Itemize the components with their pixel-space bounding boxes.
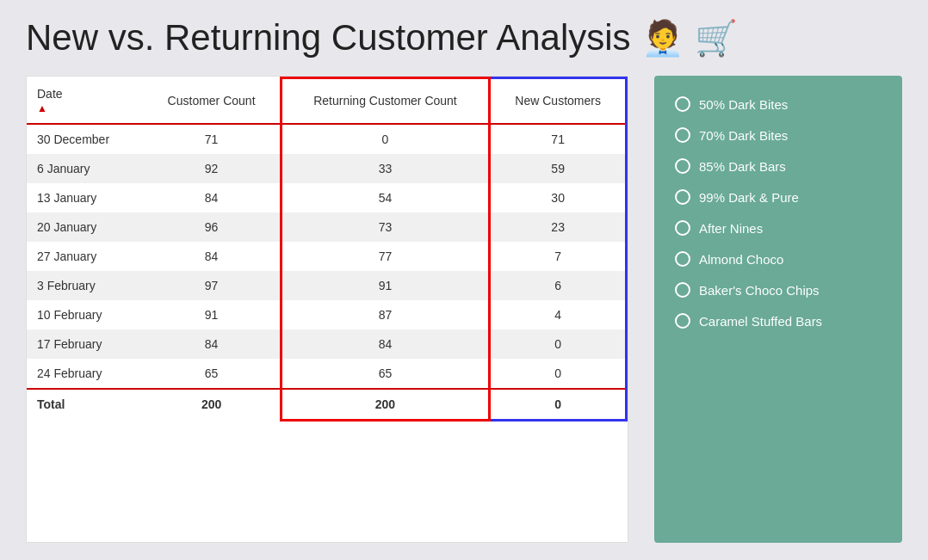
returning-count-cell: 91 <box>281 271 490 300</box>
date-cell: 13 January <box>27 183 143 212</box>
date-cell: 3 February <box>27 271 143 300</box>
date-cell: 24 February <box>27 359 143 389</box>
main-content: Date ▲ Customer Count Returning Customer… <box>26 76 902 543</box>
sidebar-item-label: 99% Dark & Pure <box>699 190 799 205</box>
table-row: 10 February 91 87 4 <box>27 300 627 329</box>
new-customers-cell: 30 <box>490 183 627 212</box>
returning-count-cell: 33 <box>281 154 490 183</box>
customer-count-cell: 92 <box>143 154 281 183</box>
date-cell: 10 February <box>27 300 143 329</box>
new-customers-cell: 0 <box>490 359 627 389</box>
sidebar-item-label: Caramel Stuffed Bars <box>699 314 822 329</box>
new-customers-cell: 59 <box>490 154 627 183</box>
date-cell: 20 January <box>27 212 143 242</box>
data-table-container: Date ▲ Customer Count Returning Customer… <box>26 76 628 543</box>
returning-count-cell: 84 <box>281 329 490 359</box>
sidebar-item[interactable]: After Nines <box>671 213 885 243</box>
sidebar-item-label: 70% Dark Bites <box>699 128 788 143</box>
returning-count-cell: 0 <box>281 124 490 154</box>
page-title: New vs. Returning Customer Analysis 🧑‍💼 … <box>26 17 902 58</box>
sidebar-item[interactable]: 99% Dark & Pure <box>671 182 885 212</box>
circle-icon <box>675 220 690 236</box>
sidebar-item[interactable]: Caramel Stuffed Bars <box>671 306 885 335</box>
customer-count-cell: 97 <box>143 271 281 300</box>
table-row: 27 January 84 77 7 <box>27 242 627 271</box>
returning-count-cell: 73 <box>281 212 490 242</box>
returning-count-cell: 65 <box>281 359 490 389</box>
returning-count-header: Returning Customer Count <box>281 78 490 124</box>
circle-icon <box>675 282 690 298</box>
returning-count-cell: 87 <box>281 300 490 329</box>
table-footer-row: Total 200 200 0 <box>27 389 627 421</box>
sidebar-item[interactable]: 50% Dark Bites <box>671 89 885 119</box>
sidebar-item-label: Baker's Choco Chips <box>699 283 820 298</box>
table-header-row: Date ▲ Customer Count Returning Customer… <box>27 78 627 124</box>
customer-count-cell: 71 <box>143 124 281 154</box>
table-row: 20 January 96 73 23 <box>27 212 627 242</box>
new-customers-cell: 7 <box>490 242 627 271</box>
circle-icon <box>675 96 690 112</box>
sidebar-item[interactable]: Almond Choco <box>671 244 885 274</box>
table-row: 30 December 71 0 71 <box>27 124 627 154</box>
sidebar-item-label: Almond Choco <box>699 252 783 267</box>
new-customers-cell: 23 <box>490 212 627 242</box>
customer-count-header: Customer Count <box>143 78 281 124</box>
date-cell: 17 February <box>27 329 143 359</box>
new-customers-cell: 6 <box>490 271 627 300</box>
cart-icon: 🛒 <box>695 18 738 58</box>
table-row: 17 February 84 84 0 <box>27 329 627 359</box>
footer-returning-count: 200 <box>281 389 490 421</box>
customer-count-cell: 96 <box>143 212 281 242</box>
table-row: 3 February 97 91 6 <box>27 271 627 300</box>
footer-customer-count: 200 <box>143 389 281 421</box>
sidebar-item-label: After Nines <box>699 221 763 236</box>
new-customers-cell: 0 <box>490 329 627 359</box>
circle-icon <box>675 251 690 267</box>
table-row: 13 January 84 54 30 <box>27 183 627 212</box>
sidebar-item-label: 50% Dark Bites <box>699 97 788 112</box>
date-cell: 6 January <box>27 154 143 183</box>
sort-arrow[interactable]: ▲ <box>37 102 133 114</box>
circle-icon <box>675 313 690 329</box>
circle-icon <box>675 127 690 143</box>
customer-count-cell: 84 <box>143 329 281 359</box>
customer-count-cell: 91 <box>143 300 281 329</box>
date-cell: 27 January <box>27 242 143 271</box>
returning-count-cell: 77 <box>281 242 490 271</box>
date-cell: 30 December <box>27 124 143 154</box>
person-icon: 🧑‍💼 <box>641 18 684 58</box>
circle-icon <box>675 158 690 174</box>
sidebar-item[interactable]: Baker's Choco Chips <box>671 275 885 305</box>
footer-label: Total <box>27 389 143 421</box>
title-text: New vs. Returning Customer Analysis <box>26 17 631 58</box>
sidebar-item-label: 85% Dark Bars <box>699 159 786 174</box>
customer-count-cell: 84 <box>143 183 281 212</box>
customer-table: Date ▲ Customer Count Returning Customer… <box>27 77 628 422</box>
table-row: 24 February 65 65 0 <box>27 359 627 389</box>
returning-count-cell: 54 <box>281 183 490 212</box>
sidebar-item[interactable]: 85% Dark Bars <box>671 151 885 181</box>
new-customers-cell: 4 <box>490 300 627 329</box>
customer-count-cell: 65 <box>143 359 281 389</box>
circle-icon <box>675 189 690 205</box>
customer-count-cell: 84 <box>143 242 281 271</box>
table-row: 6 January 92 33 59 <box>27 154 627 183</box>
new-customers-cell: 71 <box>490 124 627 154</box>
product-sidebar: 50% Dark Bites 70% Dark Bites 85% Dark B… <box>654 76 902 543</box>
sidebar-item[interactable]: 70% Dark Bites <box>671 120 885 150</box>
date-header: Date ▲ <box>27 78 143 124</box>
footer-new-customers: 0 <box>490 389 627 421</box>
new-customers-header: New Customers <box>490 78 627 124</box>
